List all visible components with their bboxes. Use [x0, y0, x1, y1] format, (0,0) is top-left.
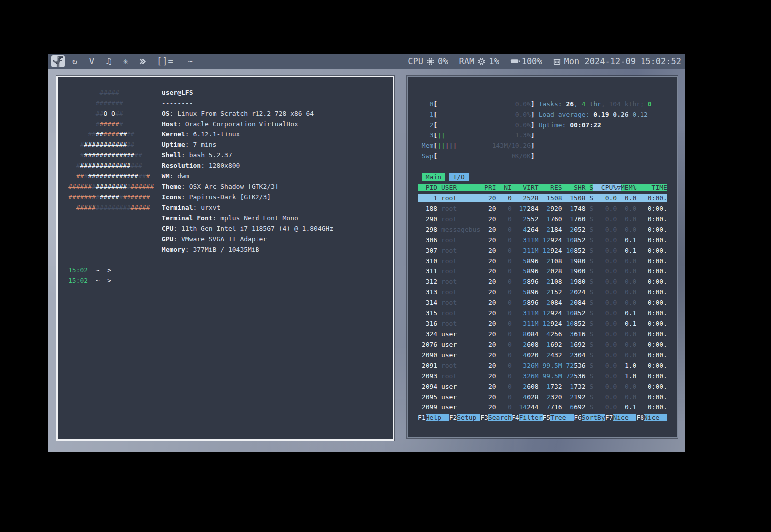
- tab-main[interactable]: Main: [422, 173, 445, 181]
- process-row-pid-2099[interactable]: 2099 user 20 0 14244 7716 6692 S 0.0 0.1…: [418, 402, 677, 412]
- process-row-pid-306[interactable]: 306 root 20 0 311M 12924 10852 S 0.0 0.1…: [418, 235, 677, 245]
- dino-icon: [53, 56, 63, 67]
- htop-tab-bar: Main I/O: [418, 172, 677, 182]
- fkey-f5[interactable]: F5: [543, 414, 551, 421]
- htop-table-header[interactable]: PID USER PRI NI VIRT RES SHR S CPU%▽MEM%…: [418, 182, 677, 193]
- htop-meter-swp: Swp[ 0K/0K]: [418, 151, 677, 161]
- datetime-text: Mon 2024-12-09 15:02:52: [564, 56, 681, 66]
- tab-io[interactable]: I/O: [449, 173, 469, 181]
- fkey-label-nice[interactable]: Nice: [644, 414, 667, 421]
- battery-status: 100%: [510, 56, 542, 66]
- fkey-label-filter[interactable]: Filter: [519, 414, 543, 421]
- htop-meter-2: 2[ 0.0%] Uptime: 00:07:22: [418, 120, 677, 130]
- process-row-pid-2093[interactable]: 2093 root 20 0 326M 99.5M 72536 S 0.0 1.…: [418, 371, 677, 381]
- fkey-label-tree[interactable]: Tree: [550, 414, 574, 421]
- process-row-pid-313[interactable]: 313 root 20 0 5896 2152 2024 S 0.0 0.0 0…: [418, 287, 677, 297]
- fkey-f7[interactable]: F7: [605, 414, 613, 421]
- neofetch-line: Terminal Font: mplus Nerd Font Mono: [68, 213, 393, 223]
- neofetch-line: ################# Resolution: 1280x800: [68, 160, 393, 171]
- htop-meter-mem: Mem[||||| 143M/10.2G]: [418, 140, 677, 151]
- htop-function-key-bar: F1Help F2Setup F3SearchF4FilterF5Tree F6…: [418, 412, 677, 423]
- process-row-pid-2076[interactable]: 2076 user 20 0 2608 1692 1692 S 0.0 0.0 …: [418, 339, 677, 350]
- process-row-pid-310[interactable]: 310 root 20 0 5896 2108 1980 S 0.0 0.0 0…: [418, 256, 677, 266]
- fkey-label-setup[interactable]: Setup: [457, 414, 480, 421]
- dwm-layout-symbol[interactable]: []=: [157, 56, 174, 66]
- tag-1-dino-icon[interactable]: [49, 54, 66, 69]
- battery-value: 100%: [522, 56, 542, 66]
- ram-chip-icon: [478, 58, 485, 65]
- tag-3-v-icon[interactable]: V: [83, 54, 100, 69]
- v-icon: V: [89, 57, 95, 66]
- tag-list: ↻V♫✳: [48, 54, 151, 69]
- fkey-f4[interactable]: F4: [512, 414, 519, 421]
- process-row-pid-2095[interactable]: 2095 user 20 0 4028 2320 2192 S 0.0 0.0 …: [418, 392, 677, 402]
- htop-blank-line: [418, 161, 677, 172]
- status-area: CPU 0% RAM 1% 100% Mon 2024-12-09 15:02:…: [408, 56, 685, 66]
- process-row-pid-290[interactable]: 290 root 20 0 2552 1760 1760 S 0.0 0.0 0…: [418, 214, 677, 224]
- process-row-pid-2091[interactable]: 2091 root 20 0 326M 99.5M 72536 S 0.0 1.…: [418, 360, 677, 371]
- neofetch-line: ################### WM: dwm: [68, 171, 393, 181]
- shell-prompt[interactable]: 15:02 ~ >: [68, 265, 393, 275]
- fkey-label-nice[interactable]: Nice -: [613, 414, 636, 421]
- shell-prompt[interactable]: 15:02 ~ >: [68, 275, 393, 286]
- fkey-label-help[interactable]: Help: [426, 414, 449, 421]
- htop-meter-0: 0[ 0.0%] Tasks: 26, 4 thr, 104 kthr; 0: [418, 99, 677, 109]
- process-row-pid-312[interactable]: 312 root 20 0 5896 2108 1980 S 0.0 0.0 0…: [418, 276, 677, 287]
- neofetch-output: ##### user@LFS ####### -------- ##O O## …: [58, 77, 393, 286]
- process-row-pid-188[interactable]: 188 root 20 0 17284 2920 1748 S 0.0 0.0 …: [418, 203, 677, 214]
- fkey-f1[interactable]: F1: [418, 414, 426, 421]
- htop-meter-1: 1[ 0.0%] Load average: 0.19 0.26 0.12: [418, 109, 677, 120]
- asterisk-icon: ✳: [123, 57, 128, 66]
- cpu-label: CPU: [408, 56, 423, 66]
- battery-icon: [510, 58, 520, 65]
- tag-2-restart-icon[interactable]: ↻: [66, 54, 83, 69]
- neofetch-line: ##### user@LFS: [68, 87, 393, 98]
- process-row-pid-314[interactable]: 314 root 20 0 5896 2084 2084 S 0.0 0.0 0…: [418, 297, 677, 308]
- neofetch-line: ###################### Theme: OSX-Arc-Sh…: [68, 181, 393, 192]
- process-row-pid-298[interactable]: 298 messagebus 20 0 4264 2184 2052 S 0.0…: [418, 224, 677, 235]
- sort-column-header[interactable]: CPU%▽: [593, 184, 621, 191]
- process-row-pid-2090[interactable]: 2090 user 20 0 4020 2432 2304 S 0.0 0.0 …: [418, 350, 677, 360]
- neofetch-line: GPU: VMware SVGA II Adapter: [68, 234, 393, 244]
- ram-label: RAM: [459, 56, 474, 66]
- fkey-f3[interactable]: F3: [480, 414, 488, 421]
- neofetch-line: ##O O## OS: Linux From Scratch r12.2-728…: [68, 108, 393, 119]
- tag-5-asterisk-icon[interactable]: ✳: [117, 54, 134, 69]
- terminal-window-neofetch[interactable]: ##### user@LFS ####### -------- ##O O## …: [56, 76, 394, 441]
- tag-6-chevrons-circle-icon[interactable]: [134, 54, 151, 69]
- ram-value: 1%: [489, 56, 499, 66]
- fkey-f2[interactable]: F2: [449, 414, 457, 421]
- tag-4-music-note-icon[interactable]: ♫: [100, 54, 117, 69]
- cpu-chip-icon: [427, 58, 434, 65]
- neofetch-blank-line: [68, 255, 393, 265]
- process-row-pid-324[interactable]: 324 user 20 0 8084 4256 3616 S 0.0 0.0 0…: [418, 329, 677, 339]
- music-note-icon: ♫: [106, 57, 112, 66]
- cpu-value: 0%: [438, 56, 448, 66]
- fkey-label-sortby[interactable]: SortBy: [582, 414, 605, 421]
- desktop: ↻V♫✳ []= ~ CPU 0% RAM 1% 100% Mo: [48, 54, 685, 452]
- htop-meter-3: 3[|| 1.3%]: [418, 130, 677, 140]
- neofetch-line: ############ Kernel: 6.12.1-linux: [68, 129, 393, 139]
- calendar-icon: [553, 58, 561, 65]
- focused-window-title: ~: [188, 56, 193, 66]
- fkey-f6[interactable]: F6: [574, 414, 582, 421]
- neofetch-line: Memory: 377MiB / 10435MiB: [68, 244, 393, 255]
- fkey-f8[interactable]: F8: [636, 414, 644, 421]
- process-row-pid-311[interactable]: 311 root 20 0 5896 2028 1900 S 0.0 0.0 0…: [418, 266, 677, 276]
- neofetch-line: ##################### Icons: Papirus-Dar…: [68, 192, 393, 202]
- neofetch-line: ####### Host: Oracle Corporation Virtual…: [68, 119, 393, 129]
- htop-output: 0[ 0.0%] Tasks: 26, 4 thr, 104 kthr; 0 1…: [408, 77, 677, 423]
- process-row-pid-307[interactable]: 307 root 20 0 311M 12924 10852 S 0.0 0.1…: [418, 245, 677, 256]
- terminal-window-htop[interactable]: 0[ 0.0%] Tasks: 26, 4 thr, 104 kthr; 0 1…: [407, 76, 678, 438]
- dwm-status-bar: ↻V♫✳ []= ~ CPU 0% RAM 1% 100% Mo: [48, 54, 685, 69]
- process-row-selected-pid-1[interactable]: 1 root 20 0 2528 1508 1508 S 0.0 0.0 0:0…: [418, 193, 677, 203]
- cpu-status: CPU 0%: [408, 56, 448, 66]
- process-row-pid-315[interactable]: 315 root 20 0 311M 12924 10852 S 0.0 0.1…: [418, 308, 677, 318]
- fkey-label-search[interactable]: Search: [488, 414, 512, 421]
- restart-icon: ↻: [72, 57, 78, 66]
- chevrons-circle-icon: [138, 57, 147, 66]
- process-row-pid-316[interactable]: 316 root 20 0 311M 12924 10852 S 0.0 0.1…: [418, 318, 677, 329]
- neofetch-line: ################ Shell: bash 5.2.37: [68, 150, 393, 160]
- neofetch-line: ############## Uptime: 7 mins: [68, 139, 393, 150]
- process-row-pid-2094[interactable]: 2094 user 20 0 2608 1732 1732 S 0.0 0.0 …: [418, 381, 677, 392]
